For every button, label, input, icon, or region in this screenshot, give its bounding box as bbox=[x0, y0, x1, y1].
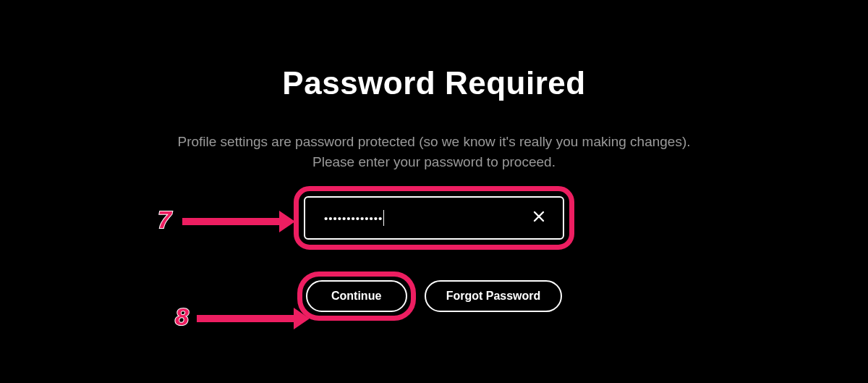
close-icon bbox=[532, 210, 545, 223]
password-input[interactable]: ••••••••••••• bbox=[304, 196, 564, 240]
subtitle-line-2: Please enter your password to proceed. bbox=[312, 154, 556, 169]
password-required-dialog: Password Required Profile settings are p… bbox=[0, 65, 868, 312]
clear-password-icon[interactable] bbox=[528, 206, 550, 230]
button-row: Continue Forgot Password bbox=[0, 280, 868, 312]
page-title: Password Required bbox=[0, 65, 868, 101]
subtitle-line-1: Profile settings are password protected … bbox=[177, 134, 690, 149]
continue-button[interactable]: Continue bbox=[306, 280, 407, 312]
forgot-password-button[interactable]: Forgot Password bbox=[425, 280, 563, 312]
password-dots: ••••••••••••• bbox=[324, 212, 383, 224]
page-subtitle: Profile settings are password protected … bbox=[0, 132, 868, 172]
annotation-arrow-icon bbox=[197, 315, 297, 322]
password-masked-value: ••••••••••••• bbox=[324, 198, 528, 238]
text-caret bbox=[383, 210, 384, 226]
